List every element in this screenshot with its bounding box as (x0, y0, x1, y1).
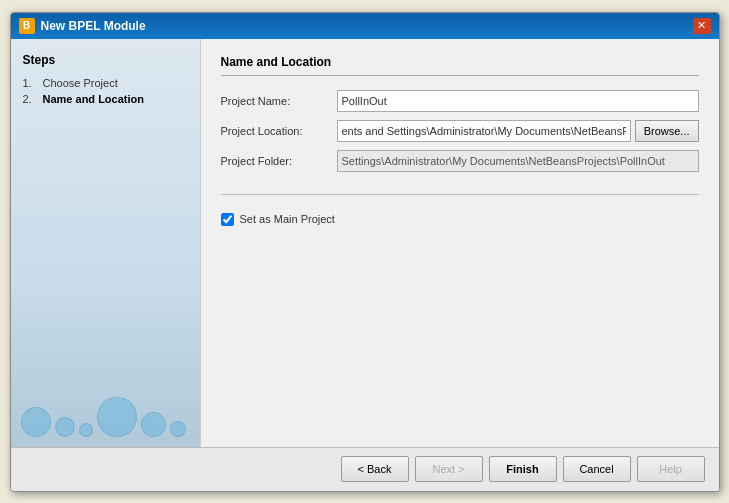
dialog-body: Steps 1. Choose Project 2. Name and Loca… (11, 39, 719, 447)
dialog-title: New BPEL Module (41, 19, 146, 33)
project-folder-label: Project Folder: (221, 155, 331, 167)
bubble-5 (141, 412, 166, 437)
step-1-label: Choose Project (43, 77, 118, 89)
bubble-group (21, 397, 190, 437)
help-button[interactable]: Help (637, 456, 705, 482)
step-2-label: Name and Location (43, 93, 144, 105)
next-button[interactable]: Next > (415, 456, 483, 482)
form-grid: Project Name: Project Location: Browse..… (221, 90, 699, 172)
step-1: 1. Choose Project (23, 77, 188, 89)
project-name-input[interactable] (337, 90, 699, 112)
finish-button[interactable]: Finish (489, 456, 557, 482)
main-content: Name and Location Project Name: Project … (201, 39, 719, 447)
step-1-number: 1. (23, 77, 39, 89)
cancel-button[interactable]: Cancel (563, 456, 631, 482)
project-location-label: Project Location: (221, 125, 331, 137)
back-button[interactable]: < Back (341, 456, 409, 482)
steps-list: 1. Choose Project 2. Name and Location (23, 77, 188, 105)
dialog-window: B New BPEL Module ✕ Steps 1. Choose Proj… (10, 12, 720, 492)
dialog-footer: < Back Next > Finish Cancel Help (11, 447, 719, 491)
project-location-row: Browse... (337, 120, 699, 142)
sidebar: Steps 1. Choose Project 2. Name and Loca… (11, 39, 201, 447)
sidebar-title: Steps (23, 53, 188, 67)
bubble-6 (170, 421, 186, 437)
set-main-row: Set as Main Project (221, 213, 699, 226)
bubble-3 (79, 423, 93, 437)
sidebar-decoration (21, 397, 190, 437)
project-name-label: Project Name: (221, 95, 331, 107)
step-2: 2. Name and Location (23, 93, 188, 105)
step-2-number: 2. (23, 93, 39, 105)
close-button[interactable]: ✕ (693, 18, 711, 34)
bubble-2 (55, 417, 75, 437)
project-location-input[interactable] (337, 120, 631, 142)
bubble-4 (97, 397, 137, 437)
form-divider (221, 194, 699, 195)
title-bar: B New BPEL Module ✕ (11, 13, 719, 39)
bubble-1 (21, 407, 51, 437)
title-bar-left: B New BPEL Module (19, 18, 146, 34)
set-main-checkbox[interactable] (221, 213, 234, 226)
project-folder-input (337, 150, 699, 172)
section-title: Name and Location (221, 55, 699, 76)
set-main-label: Set as Main Project (240, 213, 335, 225)
dialog-icon: B (19, 18, 35, 34)
browse-button[interactable]: Browse... (635, 120, 699, 142)
project-folder-row (337, 150, 699, 172)
project-name-row (337, 90, 699, 112)
